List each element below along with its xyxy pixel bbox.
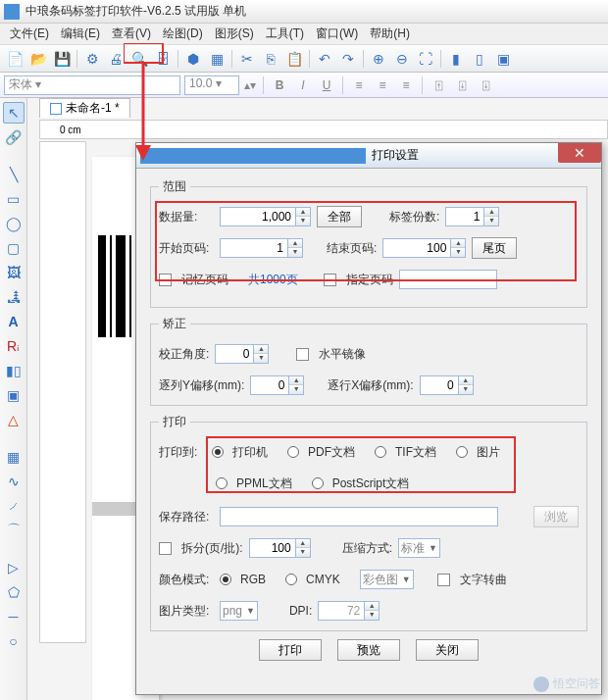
zoomin-icon[interactable]: ⊕	[368, 48, 389, 70]
menu-shape[interactable]: 图形(S)	[209, 24, 260, 44]
pointer-icon[interactable]: ↖	[3, 102, 25, 124]
arc-icon[interactable]: ⌒	[3, 520, 25, 541]
menu-tool[interactable]: 工具(T)	[260, 24, 310, 44]
barcode2-icon[interactable]: ▯	[469, 48, 490, 70]
radio-image[interactable]	[456, 446, 468, 458]
italic-icon[interactable]: I	[293, 75, 313, 95]
valign-mid-icon[interactable]: ⍗	[452, 75, 472, 95]
specify-page-checkbox[interactable]	[324, 274, 336, 286]
cut-icon[interactable]: ✂	[236, 48, 258, 70]
open-icon[interactable]: 📂	[27, 48, 49, 70]
radio-rgb[interactable]	[220, 574, 231, 585]
valign-top-icon[interactable]: ⍐	[429, 75, 448, 95]
zoom-icon[interactable]: 🔍	[128, 48, 150, 70]
close-icon[interactable]: ✕	[558, 143, 601, 163]
redo-icon[interactable]: ↷	[337, 48, 359, 70]
sizeup-icon[interactable]: ▴▾	[243, 75, 257, 95]
document-tab[interactable]: 未命名-1 *	[39, 98, 130, 118]
img-type-select[interactable]: png▼	[220, 601, 258, 621]
underline-icon[interactable]: U	[317, 75, 336, 95]
copy-icon[interactable]: ⎘	[260, 48, 281, 70]
polygon-icon[interactable]: ⬠	[3, 581, 25, 603]
menu-view[interactable]: 查看(V)	[106, 24, 157, 44]
font-select[interactable]: 宋体 ▾	[4, 75, 180, 95]
line-icon[interactable]: ╲	[3, 164, 25, 185]
end-page-input[interactable]: ▲▼	[382, 238, 466, 258]
menu-window[interactable]: 窗口(W)	[310, 24, 364, 44]
coly-input[interactable]: ▲▼	[250, 375, 304, 395]
paste-icon[interactable]: 📋	[283, 48, 305, 70]
link-icon[interactable]: 🔗	[3, 126, 25, 148]
color-type-select[interactable]: 彩色图▼	[360, 570, 414, 589]
radio-printer[interactable]	[212, 446, 224, 458]
rect-icon[interactable]: ▭	[3, 188, 25, 210]
align-left-icon[interactable]: ≡	[349, 75, 369, 95]
menu-draw[interactable]: 绘图(D)	[157, 24, 209, 44]
image-icon[interactable]: 🖼	[3, 262, 25, 283]
undo-icon[interactable]: ↶	[314, 48, 335, 70]
last-page-button[interactable]: 尾页	[472, 237, 517, 259]
barcode-icon[interactable]: ▮▯	[3, 360, 25, 381]
angle-input[interactable]: ▲▼	[215, 344, 269, 364]
start-page-input[interactable]: ▲▼	[220, 238, 303, 258]
path-icon[interactable]: ⟋	[3, 495, 25, 517]
gear-icon[interactable]: ⚙	[81, 48, 103, 70]
align-right-icon[interactable]: ≡	[396, 75, 416, 95]
barcode1-icon[interactable]: ▮	[445, 48, 467, 70]
compress-select[interactable]: 标准▼	[398, 538, 440, 558]
save-path-input[interactable]	[220, 507, 498, 526]
mirror-checkbox[interactable]	[296, 348, 309, 361]
triangle-icon[interactable]: △	[3, 409, 25, 430]
qr-icon[interactable]: ▣	[492, 48, 514, 70]
menu-help[interactable]: 帮助(H)	[364, 24, 416, 44]
fit-icon[interactable]: ⛶	[415, 48, 436, 70]
save-icon[interactable]: 💾	[51, 48, 73, 70]
valign-bot-icon[interactable]: ⍗	[476, 75, 495, 95]
cube-icon[interactable]: ⬢	[182, 48, 204, 70]
table-icon[interactable]: ▦	[3, 446, 25, 468]
database-icon[interactable]: 🗄	[152, 48, 174, 70]
print-icon[interactable]: 🖨	[105, 48, 127, 70]
radio-pdf[interactable]	[287, 446, 299, 458]
radio-ppml[interactable]	[216, 477, 228, 489]
new-icon[interactable]: 📄	[4, 48, 25, 70]
split-checkbox[interactable]	[159, 542, 172, 555]
radio-cmyk[interactable]	[285, 574, 297, 585]
menu-file[interactable]: 文件(E)	[4, 24, 55, 44]
picture-icon[interactable]: 🏞	[3, 286, 25, 308]
dialog-titlebar[interactable]: 打印设置 ✕	[136, 143, 601, 169]
grid-icon[interactable]: ▦	[206, 48, 228, 70]
radio-tif[interactable]	[375, 446, 386, 458]
remember-page-checkbox[interactable]	[159, 274, 172, 286]
browse-button[interactable]: 浏览	[533, 506, 579, 527]
radio-postscript[interactable]	[312, 477, 324, 489]
spin-down-icon[interactable]: ▼	[296, 217, 310, 225]
line2-icon[interactable]: ─	[3, 606, 25, 627]
roundrect-icon[interactable]: ▢	[3, 237, 25, 259]
print-button[interactable]: 打印	[259, 639, 322, 661]
menu-edit[interactable]: 编辑(E)	[55, 24, 106, 44]
triangle2-icon[interactable]: ▷	[3, 557, 25, 578]
ellipse-icon[interactable]: ◯	[3, 213, 25, 234]
close-button[interactable]: 关闭	[416, 639, 479, 661]
rowx-input[interactable]: ▲▼	[420, 375, 474, 395]
specify-page-input[interactable]	[399, 270, 497, 289]
split-input[interactable]: ▲▼	[249, 538, 311, 558]
bold-icon[interactable]: B	[270, 75, 289, 95]
preview-button[interactable]: 预览	[337, 639, 400, 661]
all-button[interactable]: 全部	[317, 206, 362, 227]
data-count-input[interactable]: ▲▼	[220, 207, 311, 226]
app-title: 中琅条码标签打印软件-V6.2.5 试用版 单机	[25, 3, 246, 20]
text-curve-checkbox[interactable]	[437, 574, 450, 586]
text-icon[interactable]: A	[3, 311, 25, 332]
richtext-icon[interactable]: Rᵢ	[3, 335, 25, 357]
qrcode-icon[interactable]: ▣	[3, 384, 25, 406]
curve-icon[interactable]: ∿	[3, 471, 25, 492]
circle-icon[interactable]: ○	[3, 630, 25, 652]
align-center-icon[interactable]: ≡	[373, 75, 392, 95]
dpi-input[interactable]: ▲▼	[318, 601, 380, 621]
spin-up-icon[interactable]: ▲	[296, 208, 310, 217]
zoomout-icon[interactable]: ⊖	[391, 48, 413, 70]
copies-input[interactable]: ▲▼	[445, 207, 499, 226]
size-select[interactable]: 10.0 ▾	[184, 75, 239, 95]
